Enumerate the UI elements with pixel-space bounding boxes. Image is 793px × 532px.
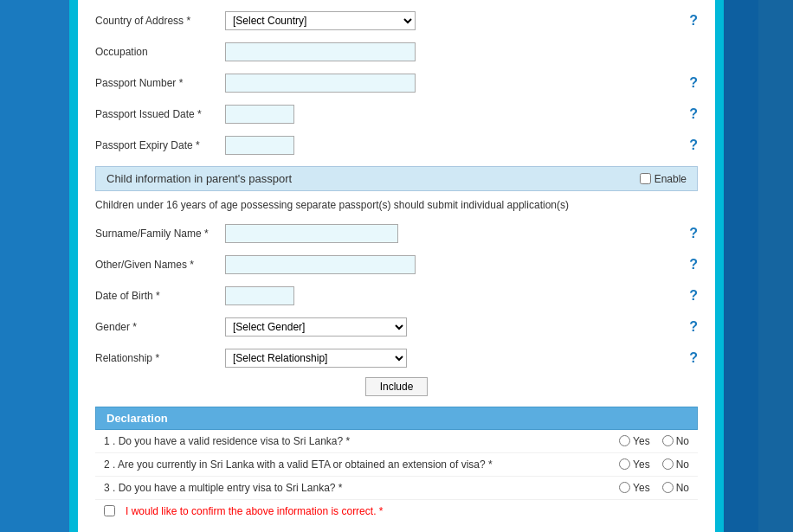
child-section-title: Child information in parent's passport [106,172,292,185]
child-info-text: Children under 16 years of age possessin… [95,198,698,213]
q1-yes-label: Yes [633,435,650,447]
declaration-question-2: 2 . Are you currently in Sri Lanka with … [104,458,585,471]
declaration-row-1: 1 . Do you have a valid residence visa t… [95,430,698,453]
q1-number: 1 . [104,435,119,447]
q2-yes-radio[interactable] [619,458,630,470]
q3-no-label: No [676,482,689,494]
other-names-input[interactable] [225,255,416,274]
relationship-row: Relationship * [Select Relationship] ? [95,346,698,370]
gender-control: [Select Gender] [225,317,676,337]
other-names-help-icon[interactable]: ? [689,257,698,272]
occupation-label: Occupation [95,46,225,58]
q3-yes-label: Yes [633,482,650,494]
q1-no-radio[interactable] [662,435,674,446]
surname-label: Surname/Family Name * [95,228,225,240]
relationship-help-icon[interactable]: ? [689,350,698,366]
passport-number-control [225,74,676,93]
passport-expiry-date-input[interactable] [225,136,294,155]
passport-issued-date-control [225,105,676,124]
country-of-address-row: Country of Address * [Select Country] ? [95,9,698,33]
gender-select[interactable]: [Select Gender] [225,317,407,337]
q2-text: Are you currently in Sri Lanka with a va… [118,458,493,471]
q3-text: Do you have a multiple entry visa to Sri… [119,482,343,494]
q1-no-option: No [662,435,689,447]
relationship-select[interactable]: [Select Relationship] [225,349,407,368]
dob-label: Date of Birth * [95,290,225,302]
q3-no-option: No [662,482,689,494]
surname-help-icon[interactable]: ? [689,226,698,241]
dob-input[interactable] [225,286,294,305]
gender-help-icon[interactable]: ? [689,319,698,335]
gender-row: Gender * [Select Gender] ? [95,315,698,339]
relationship-control: [Select Relationship] [225,349,676,368]
passport-number-row: Passport Number * ? [95,71,698,95]
other-names-label: Other/Given Names * [95,259,225,271]
passport-expiry-date-label: Passport Expiry Date * [95,139,225,151]
q2-no-radio[interactable] [662,458,674,470]
passport-number-label: Passport Number * [95,77,225,89]
passport-expiry-date-control [225,136,676,155]
passport-issued-date-label: Passport Issued Date * [95,108,225,120]
declaration-question-1: 1 . Do you have a valid residence visa t… [104,435,585,447]
q2-no-option: No [662,458,689,471]
passport-number-input[interactable] [225,74,416,93]
passport-number-help-icon[interactable]: ? [689,75,698,91]
occupation-input[interactable] [225,42,416,61]
confirm-required: * [379,505,384,517]
q1-text: Do you have a valid residence visa to Sr… [119,435,351,447]
enable-checkbox-area: Enable [640,173,687,185]
dob-help-icon[interactable]: ? [689,288,698,304]
country-of-address-select[interactable]: [Select Country] [225,11,416,30]
footer-text: Путешествие четы Беляевых Chopacho.ru [95,522,698,532]
q3-no-radio[interactable] [662,482,674,493]
declaration-row-2: 2 . Are you currently in Sri Lanka with … [95,453,698,477]
q2-no-label: No [676,458,689,471]
occupation-row: Occupation [95,40,698,64]
passport-issued-date-row: Passport Issued Date * ? [95,102,698,126]
other-names-row: Other/Given Names * ? [95,253,698,277]
dob-row: Date of Birth * ? [95,284,698,308]
q2-number: 2 . [104,458,118,471]
q1-radio-group: Yes No [585,435,689,447]
q3-radio-group: Yes No [585,482,689,494]
declaration-header: Declaration [95,407,698,430]
q1-yes-radio[interactable] [619,435,630,446]
country-help-icon[interactable]: ? [689,13,698,29]
other-names-control [225,255,676,274]
q2-yes-option: Yes [619,458,650,471]
passport-expiry-date-row: Passport Expiry Date * ? [95,133,698,157]
surname-input[interactable] [225,224,398,243]
country-of-address-label: Country of Address * [95,15,225,27]
q3-yes-option: Yes [619,482,650,494]
passport-issued-help-icon[interactable]: ? [689,106,698,122]
surname-row: Surname/Family Name * ? [95,221,698,246]
enable-checkbox[interactable] [640,173,651,184]
q3-yes-radio[interactable] [619,482,630,493]
relationship-label: Relationship * [95,352,225,364]
declaration-row-3: 3 . Do you have a multiple entry visa to… [95,477,698,500]
passport-expiry-help-icon[interactable]: ? [689,138,698,153]
include-button[interactable]: Include [365,377,429,396]
occupation-control [225,42,698,61]
q2-radio-group: Yes No [585,458,689,471]
q2-yes-label: Yes [633,458,650,471]
declaration-question-3: 3 . Do you have a multiple entry visa to… [104,482,585,494]
confirm-checkbox[interactable] [104,505,115,516]
q1-no-label: No [676,435,689,447]
confirm-row: I would like to confirm the above inform… [95,500,698,522]
dob-control [225,286,676,305]
surname-control [225,224,676,243]
gender-label: Gender * [95,321,225,333]
child-section-header: Child information in parent's passport E… [95,166,698,191]
confirm-text: I would like to confirm the above inform… [126,505,383,517]
q1-yes-option: Yes [619,435,650,447]
enable-label: Enable [654,173,687,185]
country-of-address-control: [Select Country] [225,11,676,30]
declaration-section: Declaration 1 . Do you have a valid resi… [95,407,698,522]
include-btn-area: Include [95,377,698,396]
q3-number: 3 . [104,482,119,494]
passport-issued-date-input[interactable] [225,105,294,124]
